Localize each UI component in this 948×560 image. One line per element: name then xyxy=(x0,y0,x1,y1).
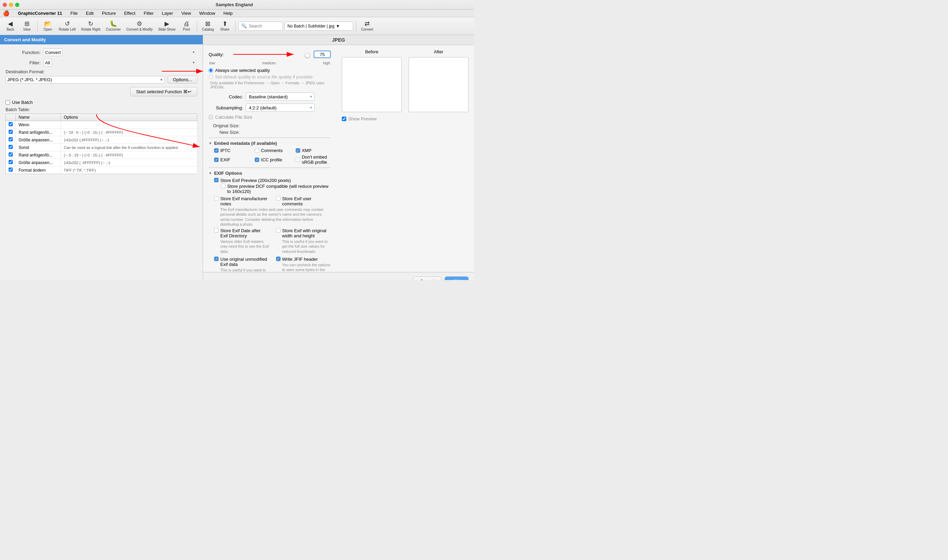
menu-filter[interactable]: Filter xyxy=(142,11,155,16)
convert-modify-button[interactable]: ⚙ Convert & Modify xyxy=(124,18,155,34)
options-button[interactable]: Options... xyxy=(168,76,197,84)
row-checkbox[interactable] xyxy=(9,160,13,164)
rotate-left-icon: ↺ xyxy=(65,21,70,27)
row-checkbox[interactable] xyxy=(9,137,13,142)
quality-value-input[interactable] xyxy=(314,51,331,58)
view-button[interactable]: ⊞ View xyxy=(19,18,34,34)
exif-orig-checkbox[interactable]: ✓ xyxy=(214,257,219,261)
dest-format-label: Destination Format: xyxy=(6,69,197,74)
embed-triangle-icon: ▼ xyxy=(209,142,212,145)
before-preview xyxy=(342,57,402,112)
convert-icon: ⇄ xyxy=(365,21,370,27)
srgb-checkbox[interactable] xyxy=(296,157,300,162)
exif-size-checkbox[interactable] xyxy=(276,228,281,232)
menu-edit[interactable]: Edit xyxy=(85,11,95,16)
filter-select[interactable]: All xyxy=(43,59,52,66)
start-function-button[interactable]: Start selected Function ⌘↩ xyxy=(130,87,197,96)
row-options: {←19 : 0→} {↑0 : 15↓} { : #FFFFFF} xyxy=(61,129,197,136)
exif-preview-checkbox[interactable]: ✓ xyxy=(214,178,219,182)
exif-date-checkbox[interactable] xyxy=(214,228,219,232)
menu-effect[interactable]: Effect xyxy=(123,11,137,16)
row-checkbox[interactable] xyxy=(9,168,13,172)
apple-menu[interactable]: 🍎 xyxy=(3,10,10,17)
comments-checkbox[interactable] xyxy=(255,148,259,153)
cancel-button[interactable]: Cancel xyxy=(413,277,441,280)
batch-table-label: Batch Table: xyxy=(6,107,197,112)
batch-selector[interactable]: No Batch | Subfolder | jpg ▼ xyxy=(284,22,353,31)
row-checkbox[interactable] xyxy=(9,122,13,126)
codec-select[interactable]: Baseline (standard) xyxy=(246,92,314,101)
exif-checkbox[interactable]: ✓ xyxy=(214,157,219,162)
filter-label: Filter: xyxy=(6,60,43,65)
embed-metadata-header[interactable]: ▼ Embed metadata (if available) xyxy=(209,141,331,146)
slider-high-label: high xyxy=(323,61,330,65)
open-icon: 📂 xyxy=(44,21,52,27)
cocooner-button[interactable]: 🐛 Cocooner xyxy=(104,18,123,34)
function-select[interactable]: Convert xyxy=(43,49,63,56)
back-button[interactable]: ◀ Back xyxy=(3,18,18,34)
menu-view[interactable]: View xyxy=(180,11,193,16)
row-check-cell xyxy=(6,136,16,144)
catalog-icon: ⊠ xyxy=(205,21,210,27)
slider-medium-label: medium xyxy=(262,61,276,65)
use-batch-label: Use Batch xyxy=(12,100,33,105)
ok-button[interactable]: OK xyxy=(445,277,469,280)
exif-jfif-checkbox[interactable]: ✓ xyxy=(276,257,281,261)
show-preview-checkbox[interactable] xyxy=(342,117,346,121)
row-name: Rand anfügen/lö... xyxy=(16,151,61,159)
exif-user-checkbox[interactable] xyxy=(276,196,281,200)
slide-show-button[interactable]: ▶ Slide Show xyxy=(156,18,177,34)
radio-source[interactable] xyxy=(209,75,213,79)
exif-user-item: Store Exif user comments xyxy=(276,196,331,206)
table-row: Sonst Can be used as a logical link afte… xyxy=(6,144,197,151)
menu-file[interactable]: File xyxy=(69,11,79,16)
close-button[interactable] xyxy=(3,3,7,7)
right-body: Quality: xyxy=(203,45,474,272)
use-batch-checkbox[interactable] xyxy=(6,100,10,105)
iptc-checkbox[interactable]: ✓ xyxy=(214,148,219,153)
rotate-right-button[interactable]: ↻ Rotate Right xyxy=(79,18,103,34)
dest-format-select[interactable]: JPEG (*.JPG, *.JPEG) xyxy=(6,76,165,84)
exif-orig-row: ✓ Use original unmodified Exif data This… xyxy=(214,257,331,272)
xmp-checkbox[interactable]: ✓ xyxy=(296,148,300,153)
radio-always[interactable] xyxy=(209,68,213,72)
search-box[interactable]: 🔍 xyxy=(238,22,283,31)
search-input[interactable] xyxy=(249,24,280,29)
exif-dcf-item: Store preview DCF compatible (will reduc… xyxy=(214,184,331,194)
row-checkbox[interactable] xyxy=(9,152,13,157)
row-checkbox[interactable] xyxy=(9,130,13,134)
menu-help[interactable]: Help xyxy=(222,11,234,16)
subsampling-select[interactable]: 4:2:2 (default) xyxy=(246,103,314,112)
exif-dcf-checkbox[interactable] xyxy=(221,184,225,188)
row-checkbox[interactable] xyxy=(9,145,13,149)
exif-user-label: Store Exif user comments xyxy=(282,196,331,206)
right-panel: JPEG Quality: xyxy=(203,35,474,280)
exif-orig-desc: This is useful if you want to keep the o… xyxy=(220,268,269,272)
menu-app-name[interactable]: GraphicConverter 11 xyxy=(17,11,64,16)
calculate-filesize-label: Calculate File Size xyxy=(215,115,252,120)
metadata-icc: ✓ ICC profile xyxy=(255,154,290,165)
menu-picture[interactable]: Picture xyxy=(100,11,117,16)
batch-header-name: Name xyxy=(16,114,61,121)
exif-options-header[interactable]: ▼ EXIF Options xyxy=(209,171,331,176)
quality-slider[interactable] xyxy=(306,55,310,56)
exif-jfif-desc: You can uncheck the options to save some… xyxy=(282,263,331,272)
menu-window[interactable]: Window xyxy=(198,11,217,16)
before-label: Before xyxy=(342,49,402,54)
icc-checkbox[interactable]: ✓ xyxy=(255,157,259,162)
menu-layer[interactable]: Layer xyxy=(160,11,174,16)
rotate-left-button[interactable]: ↺ Rotate Left xyxy=(57,18,78,34)
maximize-button[interactable] xyxy=(15,3,19,7)
row-check-cell xyxy=(6,144,16,151)
open-button[interactable]: 📂 Open xyxy=(40,18,55,34)
calculate-filesize-checkbox[interactable] xyxy=(209,115,213,119)
table-row: Wenn xyxy=(6,121,197,129)
exif-mfr-checkbox[interactable] xyxy=(214,196,219,200)
before-after-area: Before After Show Preview xyxy=(336,45,474,272)
share-button[interactable]: ⬆ Share xyxy=(217,18,232,34)
catalog-button[interactable]: ⊠ Catalog xyxy=(200,18,216,34)
minimize-button[interactable] xyxy=(9,3,13,7)
quality-label: Quality: xyxy=(209,52,229,57)
print-button[interactable]: 🖨 Print xyxy=(179,18,194,34)
convert-button[interactable]: ⇄ Convert xyxy=(359,18,375,34)
